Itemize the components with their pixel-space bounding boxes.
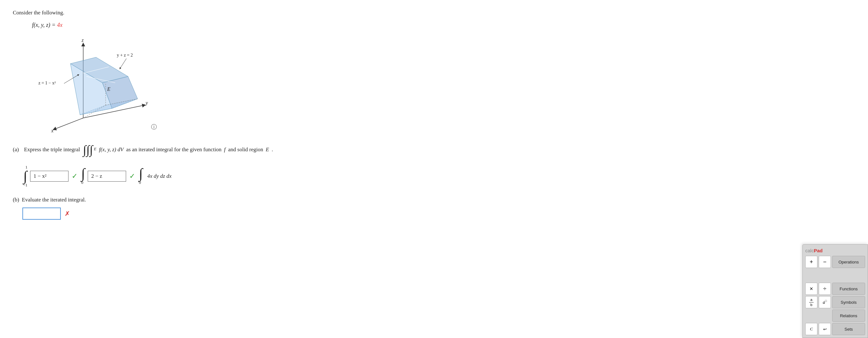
problem-intro: Consider the following.: [13, 9, 755, 16]
lower-bound-3: 0: [139, 180, 141, 185]
integral-sub-E: E: [94, 146, 96, 153]
triple-integral: ∫∫∫ E: [83, 143, 96, 156]
integral-bounds-2: ∫ 0: [81, 167, 85, 185]
part-a-text2: as an iterated integral for the given fu…: [126, 146, 221, 153]
cross-mark: ✗: [65, 210, 70, 217]
lower-bound-2: 0: [81, 180, 84, 185]
part-a-text1: Express the triple integral: [24, 146, 80, 153]
part-a-period: .: [272, 146, 273, 153]
integral-bounds-1: 1 ∫ −1: [23, 165, 28, 188]
x-axis-label: x: [51, 128, 54, 133]
eq2-label: y + z = 2: [117, 53, 133, 58]
part-b-section: (b) Evaluate the iterated integral. ✗: [13, 197, 755, 220]
input-1-content: 1 − x²: [34, 173, 46, 179]
part-a-text3: and solid region: [228, 146, 264, 153]
answer-input-1[interactable]: 1 − x²: [30, 171, 68, 182]
part-b-answer-row: ✗: [22, 207, 755, 220]
function-display: f(x, y, z) = 4x: [32, 22, 755, 29]
graph-container: z y x E z = 1 − x² y + z = 2 ⓘ: [22, 35, 160, 134]
part-b-text: (b) Evaluate the iterated integral.: [13, 197, 755, 203]
part-b-answer-input[interactable]: [22, 207, 61, 220]
f-ref: f: [224, 146, 226, 153]
E-label: E: [107, 86, 111, 92]
E-ref: E: [266, 146, 269, 153]
lower-bound-1: −1: [23, 182, 28, 188]
part-b-instruction: Evaluate the iterated integral.: [22, 197, 86, 203]
answer-input-2[interactable]: 2 − z: [88, 171, 126, 182]
check-mark-1: ✓: [72, 172, 78, 180]
function-value: 4x: [57, 22, 62, 28]
part-a-answer-row: 1 ∫ −1 1 − x² ✓ ∫ 0 2 − z ✓ ∫ 0 4x dy d: [22, 165, 755, 188]
eq1-label: z = 1 − x²: [38, 80, 56, 86]
part-b-label: (b): [13, 197, 19, 203]
intro-text: Consider the following.: [13, 9, 64, 16]
check-mark-2: ✓: [129, 172, 135, 180]
y-axis-label: y: [145, 100, 148, 106]
info-icon[interactable]: ⓘ: [151, 123, 157, 131]
integral-bounds-3: ∫ 0: [139, 167, 143, 185]
final-expression: 4x dy dz dx: [147, 173, 172, 179]
main-content: Consider the following. f(x, y, z) = 4x: [0, 0, 768, 234]
integrand: f(x, y, z) dV: [99, 146, 124, 153]
part-a-label: (a): [13, 146, 19, 153]
input-2-content: 2 − z: [91, 173, 102, 179]
svg-line-2: [54, 118, 83, 129]
z-axis-label: z: [81, 37, 84, 43]
part-a-question: (a) Express the triple integral ∫∫∫ E f(…: [13, 143, 755, 156]
function-label: f(x, y, z) =: [32, 22, 57, 28]
svg-line-13: [120, 59, 126, 68]
graph-svg: z y x E z = 1 − x² y + z = 2: [22, 35, 160, 134]
